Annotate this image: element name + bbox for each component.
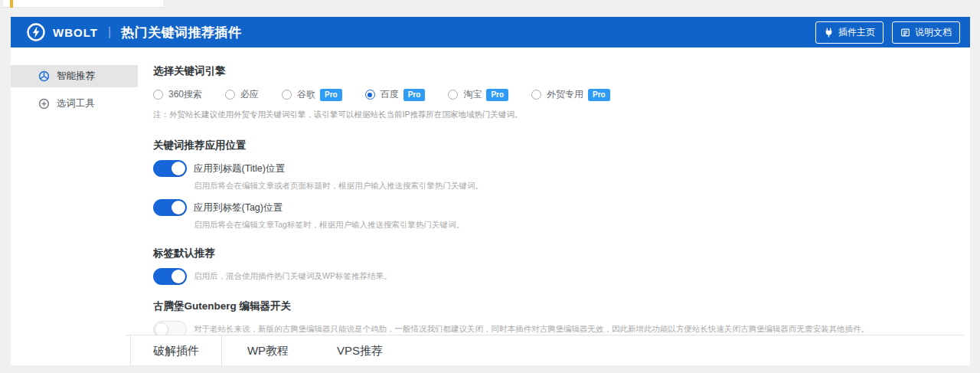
plugin-home-button[interactable]: 插件主页 <box>815 21 884 44</box>
radio-icon <box>448 90 458 100</box>
radio-icon <box>531 90 541 100</box>
section-title-position: 关键词推荐应用位置 <box>153 139 962 152</box>
tag-default-toggle[interactable] <box>153 268 187 285</box>
engine-option-taobao[interactable]: 淘宝 Pro <box>448 88 508 101</box>
section-title-engine: 选择关键词引擎 <box>153 64 962 78</box>
tag-position-row: 应用到标签(Tag)位置 <box>153 199 962 216</box>
section-title-gutenberg: 古腾堡Gutenberg 编辑器开关 <box>153 299 962 313</box>
wbolt-logo-icon <box>26 22 46 42</box>
engine-option-bing[interactable]: 必应 <box>225 88 259 101</box>
header-divider: | <box>108 25 111 39</box>
engine-option-baidu[interactable]: 百度 Pro <box>365 88 426 101</box>
tag-default-desc: 启用后，混合使用插件热门关键词及WP标签推荐结果。 <box>194 271 391 282</box>
settings-content: 选择关键词引擎 360搜索 必应 谷歌 Pro 百度 Pro <box>153 47 962 335</box>
document-icon <box>900 28 910 38</box>
radio-icon-selected <box>365 90 375 100</box>
brand-name: WBOLT <box>53 26 98 39</box>
engine-radio-group: 360搜索 必应 谷歌 Pro 百度 Pro 淘宝 Pro <box>153 88 962 101</box>
engine-option-360[interactable]: 360搜索 <box>153 88 202 101</box>
notice-accent-bar <box>10 0 13 8</box>
pro-badge: Pro <box>588 89 610 101</box>
notice-remnant <box>3 0 163 8</box>
gutenberg-desc: 对于老站长来说，新版的古腾堡编辑器只能说是个鸡肋，一般情况我们都建议关闭，同时本… <box>194 324 869 335</box>
tab-vps-recommend[interactable]: VPS推荐 <box>314 335 406 366</box>
tag-default-row: 启用后，混合使用插件热门关键词及WP标签推荐结果。 <box>153 268 962 285</box>
tab-wp-tutorials[interactable]: WP教程 <box>222 335 314 366</box>
docs-label: 说明文档 <box>915 26 952 39</box>
radio-icon <box>225 90 235 100</box>
sidebar: 智能推荐 选词工具 <box>11 47 138 365</box>
pro-badge: Pro <box>320 89 342 101</box>
section-title-tag-default: 标签默认推荐 <box>153 247 962 260</box>
word-tool-icon <box>38 98 50 110</box>
plugin-home-label: 插件主页 <box>838 26 875 39</box>
radio-icon <box>153 90 163 100</box>
tag-position-desc: 启用后将会在编辑文章Tag标签时，根据用户输入推送搜索引擎热门关键词。 <box>194 220 962 231</box>
smart-recommend-icon <box>38 70 50 82</box>
engine-option-google[interactable]: 谷歌 Pro <box>282 88 342 101</box>
sidebar-item-label: 选词工具 <box>57 97 95 110</box>
sidebar-item-word-tool[interactable]: 选词工具 <box>11 93 138 115</box>
pro-badge: Pro <box>486 89 508 101</box>
promo-tabbar: 破解插件 WP教程 VPS推荐 <box>126 335 964 365</box>
engine-option-foreign-trade[interactable]: 外贸专用 Pro <box>531 88 610 101</box>
engine-note: 注：外贸站长建议使用外贸专用关键词引擎，该引擎可以根据站长当前IP推荐所在国家地… <box>153 110 962 120</box>
docs-button[interactable]: 说明文档 <box>892 21 960 44</box>
title-position-desc: 启用后将会在编辑文章或者页面标题时，根据用户输入推送搜索引擎热门关键词。 <box>194 181 962 191</box>
pro-badge: Pro <box>403 89 426 101</box>
main-panel: 智能推荐 选词工具 选择关键词引擎 360搜索 必应 <box>11 47 970 365</box>
sidebar-item-smart-recommend[interactable]: 智能推荐 <box>11 65 138 87</box>
radio-icon <box>282 90 292 100</box>
tag-position-toggle[interactable] <box>153 199 187 216</box>
title-position-toggle[interactable] <box>153 160 187 177</box>
plugin-header: WBOLT | 热门关键词推荐插件 插件主页 说明文档 <box>11 17 970 47</box>
plug-icon <box>824 28 834 38</box>
title-position-row: 应用到标题(Title)位置 <box>153 160 962 177</box>
sidebar-item-label: 智能推荐 <box>57 70 95 83</box>
tab-cracked-plugins[interactable]: 破解插件 <box>130 335 222 366</box>
page-title: 热门关键词推荐插件 <box>121 24 242 41</box>
